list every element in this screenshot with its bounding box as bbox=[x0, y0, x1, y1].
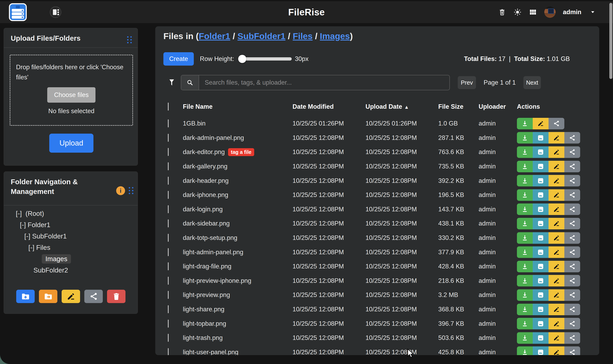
slider-thumb[interactable] bbox=[238, 55, 246, 63]
user-name[interactable]: admin bbox=[563, 9, 581, 16]
share-button[interactable] bbox=[564, 132, 580, 143]
caret-down-icon[interactable] bbox=[589, 8, 597, 16]
edit-button[interactable] bbox=[533, 118, 549, 129]
filerise-logo-icon[interactable] bbox=[9, 3, 27, 21]
column-date-modified[interactable]: Date Modified bbox=[293, 103, 365, 110]
filter-icon[interactable] bbox=[168, 78, 175, 87]
download-button[interactable] bbox=[517, 275, 533, 286]
row-checkbox[interactable] bbox=[168, 177, 169, 185]
delete-folder-button[interactable] bbox=[107, 290, 125, 303]
share-button[interactable] bbox=[564, 346, 580, 355]
grid-view-icon[interactable] bbox=[529, 8, 537, 16]
download-button[interactable] bbox=[517, 304, 533, 315]
share-button[interactable] bbox=[564, 275, 580, 286]
preview-button[interactable] bbox=[533, 218, 549, 229]
preview-button[interactable] bbox=[533, 261, 549, 272]
move-folder-button[interactable] bbox=[39, 290, 57, 303]
file-dropzone[interactable]: Drop files/folders here or click 'Choose… bbox=[10, 55, 133, 126]
download-button[interactable] bbox=[517, 203, 533, 215]
row-checkbox[interactable] bbox=[168, 119, 169, 127]
edit-button[interactable] bbox=[549, 161, 564, 172]
sidebar-toggle-button[interactable] bbox=[50, 6, 61, 18]
share-button[interactable] bbox=[564, 318, 580, 329]
share-button[interactable] bbox=[564, 175, 580, 186]
download-button[interactable] bbox=[517, 318, 533, 329]
preview-button[interactable] bbox=[533, 332, 549, 344]
preview-button[interactable] bbox=[533, 275, 549, 286]
download-button[interactable] bbox=[517, 175, 533, 186]
edit-button[interactable] bbox=[549, 318, 564, 329]
edit-button[interactable] bbox=[549, 175, 564, 186]
edit-button[interactable] bbox=[549, 332, 564, 344]
tree-item-files[interactable]: [-] Files bbox=[4, 242, 138, 253]
share-button[interactable] bbox=[564, 304, 580, 315]
row-checkbox[interactable] bbox=[168, 220, 169, 227]
share-button[interactable] bbox=[564, 232, 580, 244]
tree-item-subfolder1[interactable]: [-] SubFolder1 bbox=[4, 231, 138, 242]
edit-button[interactable] bbox=[549, 346, 564, 355]
share-button[interactable] bbox=[564, 218, 580, 229]
file-tag-badge[interactable]: tag a file bbox=[228, 148, 254, 156]
info-icon[interactable]: i bbox=[116, 186, 125, 195]
edit-button[interactable] bbox=[549, 218, 564, 229]
column-file-name[interactable]: File Name bbox=[183, 103, 293, 110]
preview-button[interactable] bbox=[533, 289, 549, 301]
preview-button[interactable] bbox=[533, 232, 549, 244]
preview-button[interactable] bbox=[533, 146, 549, 158]
row-checkbox[interactable] bbox=[168, 148, 169, 156]
download-button[interactable] bbox=[517, 146, 533, 158]
select-all-checkbox[interactable] bbox=[168, 103, 169, 111]
tree-item-root[interactable]: [-] (Root) bbox=[4, 208, 138, 219]
preview-button[interactable] bbox=[533, 346, 549, 355]
breadcrumb-link-images[interactable]: Images bbox=[320, 31, 350, 41]
edit-button[interactable] bbox=[549, 203, 564, 215]
choose-files-button[interactable]: Choose files bbox=[47, 87, 96, 103]
share-folder-button[interactable] bbox=[84, 290, 103, 303]
download-button[interactable] bbox=[517, 118, 533, 129]
share-button[interactable] bbox=[564, 189, 580, 201]
row-checkbox[interactable] bbox=[168, 334, 169, 342]
edit-button[interactable] bbox=[549, 246, 564, 258]
edit-button[interactable] bbox=[549, 189, 564, 201]
sun-icon[interactable] bbox=[514, 8, 522, 16]
share-button[interactable] bbox=[564, 246, 580, 258]
drag-handle-icon[interactable] bbox=[127, 36, 132, 45]
trash-restore-icon[interactable] bbox=[498, 8, 506, 16]
download-button[interactable] bbox=[517, 261, 533, 272]
upload-button[interactable]: Upload bbox=[49, 134, 94, 153]
share-button[interactable] bbox=[564, 203, 580, 215]
rename-folder-button[interactable] bbox=[62, 290, 80, 303]
drag-handle-icon[interactable] bbox=[129, 187, 134, 195]
edit-button[interactable] bbox=[549, 304, 564, 315]
preview-button[interactable] bbox=[533, 132, 549, 143]
edit-button[interactable] bbox=[549, 275, 564, 286]
avatar[interactable] bbox=[544, 6, 556, 18]
download-button[interactable] bbox=[517, 246, 533, 258]
breadcrumb-link-folder1[interactable]: Folder1 bbox=[199, 31, 230, 41]
edit-button[interactable] bbox=[549, 146, 564, 158]
download-button[interactable] bbox=[517, 346, 533, 355]
row-checkbox[interactable] bbox=[168, 191, 169, 199]
preview-button[interactable] bbox=[533, 161, 549, 172]
tree-item-subfolder2[interactable]: SubFolder2 bbox=[4, 265, 138, 276]
tree-item-folder1[interactable]: [-] Folder1 bbox=[4, 219, 138, 231]
row-checkbox[interactable] bbox=[168, 277, 169, 285]
preview-button[interactable] bbox=[533, 175, 549, 186]
row-checkbox[interactable] bbox=[168, 248, 169, 256]
download-button[interactable] bbox=[517, 189, 533, 201]
preview-button[interactable] bbox=[533, 246, 549, 258]
preview-button[interactable] bbox=[533, 304, 549, 315]
tree-item-images[interactable]: Images bbox=[4, 253, 138, 265]
column-file-size[interactable]: File Size bbox=[438, 103, 479, 110]
share-button[interactable] bbox=[564, 161, 580, 172]
preview-button[interactable] bbox=[533, 189, 549, 201]
row-checkbox[interactable] bbox=[168, 305, 169, 313]
row-checkbox[interactable] bbox=[168, 162, 169, 170]
edit-button[interactable] bbox=[549, 132, 564, 143]
share-button[interactable] bbox=[564, 146, 580, 158]
row-checkbox[interactable] bbox=[168, 134, 169, 142]
row-checkbox[interactable] bbox=[168, 291, 169, 299]
edit-button[interactable] bbox=[549, 232, 564, 244]
download-button[interactable] bbox=[517, 289, 533, 301]
edit-button[interactable] bbox=[549, 261, 564, 272]
